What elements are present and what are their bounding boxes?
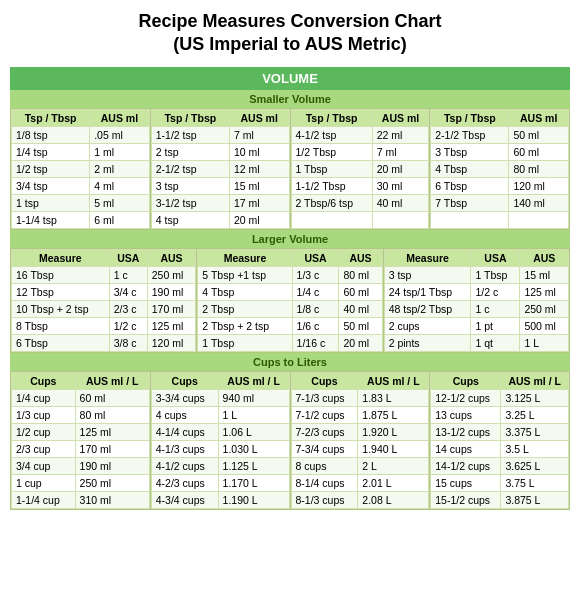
list-item: 14 cups [431, 440, 501, 457]
cups-col2-h2: AUS ml / L [218, 372, 289, 389]
list-item: 12 Tbsp [12, 283, 110, 300]
list-item: 1 Tbsp [198, 334, 292, 351]
larger-volume-header: Larger Volume [10, 230, 570, 248]
lv-col1-h1: Measure [12, 249, 110, 266]
list-item: 1-1/4 cup [12, 491, 76, 508]
sv-col1-h2: AUS ml [90, 109, 150, 126]
lv-col3-h1: Measure [384, 249, 471, 266]
cups-header: Cups to Liters [10, 353, 570, 371]
cups-col3-h1: Cups [291, 372, 358, 389]
list-item: 1/2 cup [12, 423, 76, 440]
volume-section-header: VOLUME [10, 67, 570, 90]
list-item: 3 Tbsp [431, 143, 509, 160]
lv-col2-h2: USA [292, 249, 339, 266]
list-item: 5 Tbsp +1 tsp [198, 266, 292, 283]
list-item: 2-1/2 Tbsp [431, 126, 509, 143]
list-item: 1-1/2 tsp [151, 126, 229, 143]
list-item [291, 211, 372, 228]
larger-volume-table: Measure USA AUS 16 Tbsp1 c250 ml 12 Tbsp… [10, 248, 570, 353]
list-item: 1-1/2 Tbsp [291, 177, 372, 194]
list-item: 12-1/2 cups [431, 389, 501, 406]
list-item: 6 Tbsp [12, 334, 110, 351]
cups-col4-h1: Cups [431, 372, 501, 389]
list-item: 4 tsp [151, 211, 229, 228]
list-item: 1/4 tsp [12, 143, 90, 160]
list-item: 14-1/2 cups [431, 457, 501, 474]
list-item: 2 tsp [151, 143, 229, 160]
sv-col3-h1: Tsp / Tbsp [291, 109, 372, 126]
list-item: 7-2/3 cups [291, 423, 358, 440]
cups-table: Cups AUS ml / L 1/4 cup60 ml 1/3 cup80 m… [10, 371, 570, 510]
list-item: 15-1/2 cups [431, 491, 501, 508]
lv-col3-h3: AUS [520, 249, 569, 266]
list-item: 3-3/4 cups [151, 389, 218, 406]
sv-col2-h1: Tsp / Tbsp [151, 109, 229, 126]
conversion-chart: VOLUME Smaller Volume [10, 67, 570, 108]
list-item: 7-1/2 cups [291, 406, 358, 423]
list-item: 3/4 cup [12, 457, 76, 474]
list-item: 1-1/4 tsp [12, 211, 90, 228]
list-item: 13 cups [431, 406, 501, 423]
sv-col2-h2: AUS ml [229, 109, 289, 126]
sv-col3-h2: AUS ml [372, 109, 429, 126]
list-item: 1/3 cup [12, 406, 76, 423]
lv-col1-h2: USA [109, 249, 147, 266]
list-item: 8 Tbsp [12, 317, 110, 334]
list-item: 1/8 tsp [12, 126, 90, 143]
cups-section: Cups to Liters [10, 353, 570, 371]
list-item: 3/4 tsp [12, 177, 90, 194]
smaller-volume-table: Tsp / Tbsp AUS ml 1/8 tsp.05 ml 1/4 tsp1… [10, 108, 570, 230]
list-item: 4 Tbsp [431, 160, 509, 177]
list-item: 13-1/2 cups [431, 423, 501, 440]
lv-col2-h3: AUS [339, 249, 382, 266]
lv-col1-h3: AUS [147, 249, 196, 266]
list-item: 7-3/4 cups [291, 440, 358, 457]
sv-col4-h1: Tsp / Tbsp [431, 109, 509, 126]
list-item: 4-2/3 cups [151, 474, 218, 491]
list-item: 2 pints [384, 334, 471, 351]
list-item: 2 cups [384, 317, 471, 334]
list-item: 1/4 cup [12, 389, 76, 406]
list-item: 48 tsp/2 Tbsp [384, 300, 471, 317]
list-item: 8-1/4 cups [291, 474, 358, 491]
lv-col2-h1: Measure [198, 249, 292, 266]
list-item: 15 cups [431, 474, 501, 491]
smaller-volume-header: Smaller Volume [10, 90, 570, 108]
list-item: 4-1/2 tsp [291, 126, 372, 143]
list-item: 24 tsp/1 Tbsp [384, 283, 471, 300]
lv-col3-h2: USA [471, 249, 520, 266]
list-item: 6 Tbsp [431, 177, 509, 194]
list-item: 4 Tbsp [198, 283, 292, 300]
list-item: 1 Tbsp [291, 160, 372, 177]
list-item: 4-1/4 cups [151, 423, 218, 440]
list-item: 2 Tbsp [198, 300, 292, 317]
list-item: 8 cups [291, 457, 358, 474]
list-item: 10 Tbsp + 2 tsp [12, 300, 110, 317]
list-item: 7-1/3 cups [291, 389, 358, 406]
cups-col2-h1: Cups [151, 372, 218, 389]
cups-col3-h2: AUS ml / L [358, 372, 429, 389]
list-item: 7 Tbsp [431, 194, 509, 211]
sv-col1-h1: Tsp / Tbsp [12, 109, 90, 126]
list-item: 2 Tbsp + 2 tsp [198, 317, 292, 334]
list-item: 3 tsp [151, 177, 229, 194]
list-item: 1/2 Tbsp [291, 143, 372, 160]
list-item: 2-1/2 tsp [151, 160, 229, 177]
list-item: 4-3/4 cups [151, 491, 218, 508]
list-item: 1 tsp [12, 194, 90, 211]
sv-col4-h2: AUS ml [509, 109, 569, 126]
list-item: 16 Tbsp [12, 266, 110, 283]
list-item: 4 cups [151, 406, 218, 423]
list-item: 2 Tbsp/6 tsp [291, 194, 372, 211]
list-item: 3 tsp [384, 266, 471, 283]
list-item: 1 cup [12, 474, 76, 491]
page-title: Recipe Measures Conversion Chart (US Imp… [10, 10, 570, 57]
list-item: 3-1/2 tsp [151, 194, 229, 211]
list-item: 2/3 cup [12, 440, 76, 457]
cups-col1-h1: Cups [12, 372, 76, 389]
list-item: 8-1/3 cups [291, 491, 358, 508]
cups-col4-h2: AUS ml / L [501, 372, 569, 389]
list-item: 4-1/3 cups [151, 440, 218, 457]
cups-col1-h2: AUS ml / L [75, 372, 149, 389]
list-item [431, 211, 509, 228]
